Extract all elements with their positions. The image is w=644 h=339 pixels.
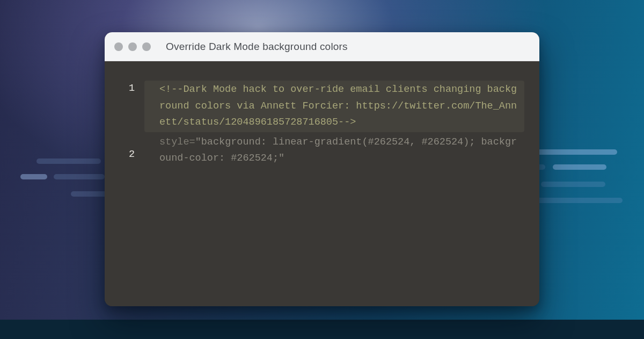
decor-dash <box>54 174 105 179</box>
ground-strip <box>0 320 644 339</box>
line-number: 2 <box>112 147 135 163</box>
traffic-lights <box>114 42 151 51</box>
code-content: <!--Dark Mode hack to over-ride email cl… <box>144 81 524 300</box>
minimize-icon[interactable] <box>128 42 137 51</box>
code-keyword: style= <box>159 136 195 148</box>
code-line-2: style="background: linear-gradient(#2625… <box>144 134 524 167</box>
line-number: 1 <box>112 81 135 97</box>
code-line-1: <!--Dark Mode hack to over-ride email cl… <box>144 81 524 132</box>
decor-dash <box>20 174 47 179</box>
decor-dash <box>541 182 605 187</box>
close-icon[interactable] <box>114 42 123 51</box>
decor-dash <box>553 164 606 170</box>
window-title: Override Dark Mode background colors <box>166 41 348 53</box>
decor-dash <box>537 149 617 155</box>
line-number-gutter: 1 2 <box>112 81 144 300</box>
decor-dash <box>71 191 108 197</box>
code-window: Override Dark Mode background colors 1 2… <box>105 32 539 306</box>
zoom-icon[interactable] <box>142 42 151 51</box>
decor-dash <box>36 158 101 164</box>
decor-dash <box>537 198 623 203</box>
titlebar: Override Dark Mode background colors <box>105 32 539 61</box>
code-editor[interactable]: 1 2 <!--Dark Mode hack to over-ride emai… <box>105 61 539 306</box>
code-string: "background: linear-gradient(#262524, #2… <box>159 136 517 164</box>
